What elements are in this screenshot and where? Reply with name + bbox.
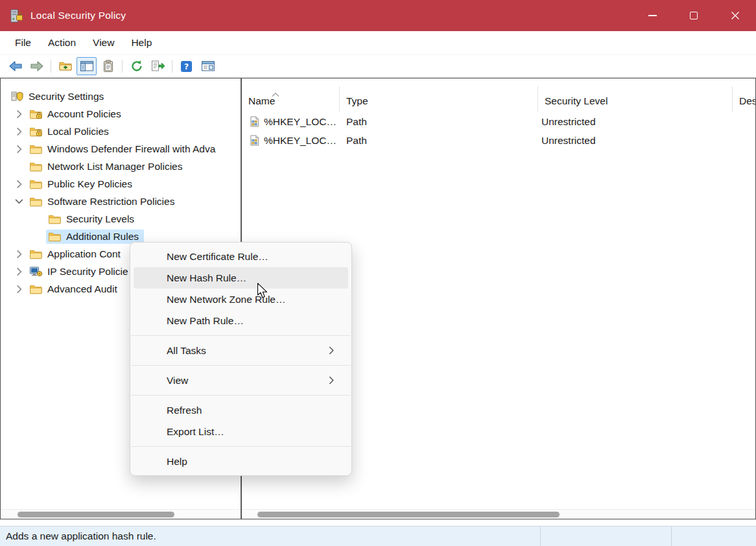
folder-icon [48, 214, 61, 224]
menu-help[interactable]: Help [123, 32, 160, 53]
column-header-label: Security Level [545, 95, 608, 107]
folder-icon [29, 179, 42, 189]
cell-name-text: %HKEY_LOC… [264, 135, 337, 147]
context-menu-item-label: Help [167, 456, 187, 468]
cell-type: Path [340, 135, 538, 147]
tree-item-content: IP Security Policie [27, 265, 134, 279]
help-icon[interactable]: ? [176, 57, 196, 75]
scrollbar-thumb[interactable] [257, 512, 560, 517]
statusbar: Adds a new application hash rule. [0, 526, 756, 546]
up-one-level-icon[interactable] [55, 57, 75, 75]
folder-lock-icon [29, 126, 42, 137]
tree-item-content: Account Policies [27, 107, 126, 121]
tree-item-label: IP Security Policie [47, 266, 128, 278]
menu-separator [131, 365, 351, 366]
sort-ascending-icon [272, 88, 279, 99]
chevron-down-icon[interactable] [10, 198, 27, 204]
chevron-right-icon[interactable] [10, 110, 27, 119]
context-menu-item-label: View [167, 375, 188, 386]
tree-item-content: Application Cont [27, 247, 126, 261]
context-menu-item-export-list[interactable]: Export List… [134, 421, 348, 442]
context-menu-item-refresh[interactable]: Refresh [134, 399, 348, 421]
properties-clipboard-icon[interactable] [98, 57, 118, 75]
status-cell [671, 527, 756, 546]
tree-item-label: Advanced Audit [47, 283, 117, 295]
tree-item-account-policies[interactable]: Account Policies [1, 105, 241, 123]
tree-item-content: Advanced Audit [27, 282, 123, 296]
context-menu-item-new-path-rule[interactable]: New Path Rule… [134, 310, 348, 331]
folder-icon [29, 249, 42, 259]
cell-type: Path [340, 116, 538, 128]
context-menu-item-new-network-zone-rule[interactable]: New Network Zone Rule… [134, 289, 348, 310]
scrollbar-thumb[interactable] [18, 512, 174, 517]
chevron-right-icon[interactable] [10, 127, 27, 136]
menu-view[interactable]: View [84, 32, 123, 53]
cell-name-text: %HKEY_LOC… [264, 116, 337, 128]
context-menu-item-new-hash-rule[interactable]: New Hash Rule… [134, 267, 348, 289]
context-menu-item-help[interactable]: Help [134, 451, 348, 472]
tree-item-security-levels[interactable]: Security Levels [1, 210, 241, 228]
tree-item-label: Security Levels [66, 213, 134, 225]
cell-security-level: Unrestricted [538, 135, 733, 147]
minimize-button[interactable] [632, 0, 673, 31]
menu-separator [131, 446, 351, 447]
tree-item-software-restriction-policies[interactable]: Software Restriction Policies [1, 193, 241, 210]
context-menu-item-view[interactable]: View [134, 370, 348, 391]
close-button[interactable] [715, 0, 756, 31]
column-header-des[interactable]: Des [733, 86, 755, 112]
folder-icon [29, 161, 42, 172]
refresh-icon[interactable] [126, 57, 147, 75]
tree-horizontal-scrollbar[interactable] [1, 509, 241, 519]
chevron-right-icon[interactable] [10, 145, 27, 154]
svg-text:?: ? [184, 62, 189, 71]
context-menu-item-label: Export List… [167, 426, 224, 438]
tree-item-label: Local Policies [47, 126, 109, 137]
list-row[interactable]: %HKEY_LOC…PathUnrestricted [242, 131, 755, 150]
column-header-type[interactable]: Type [340, 86, 538, 112]
column-header-security-level[interactable]: Security Level [538, 86, 733, 112]
tree-item-network-list-manager-policies[interactable]: Network List Manager Policies [1, 158, 241, 175]
export-list-icon[interactable] [148, 57, 168, 75]
back-icon[interactable] [5, 57, 25, 75]
list-row[interactable]: %HKEY_LOC…PathUnrestricted [242, 112, 755, 131]
context-menu-item-label: New Network Zone Rule… [167, 294, 285, 305]
context-menu-item-new-certificate-rule[interactable]: New Certificate Rule… [134, 246, 348, 267]
tree-item-public-key-policies[interactable]: Public Key Policies [1, 175, 241, 193]
maximize-button[interactable] [673, 0, 715, 31]
column-header-name[interactable]: Name [242, 86, 340, 112]
security-root-icon [10, 91, 23, 102]
menubar: FileActionViewHelp [0, 31, 756, 55]
menu-file[interactable]: File [6, 32, 40, 53]
context-menu-item-all-tasks[interactable]: All Tasks [134, 340, 348, 361]
tree-item-label: Public Key Policies [47, 178, 132, 190]
column-header-label: Type [346, 95, 368, 107]
menu-separator [131, 395, 351, 396]
chevron-right-icon[interactable] [10, 250, 27, 259]
context-menu-item-label: Refresh [167, 405, 202, 416]
cell-name: %HKEY_LOC… [242, 135, 340, 147]
context-menu: New Certificate Rule…New Hash Rule…New N… [130, 242, 352, 476]
list-horizontal-scrollbar[interactable] [242, 509, 755, 519]
menu-action[interactable]: Action [40, 32, 84, 53]
tree-item-content: Windows Defender Firewall with Adva [27, 142, 220, 156]
chevron-right-icon[interactable] [10, 285, 27, 294]
tree-item-content: Security Settings [8, 89, 109, 104]
cell-name: %HKEY_LOC… [242, 116, 340, 128]
toolbar: ? [0, 55, 756, 78]
console-window-icon[interactable] [198, 57, 218, 75]
chevron-right-icon[interactable] [10, 267, 27, 276]
tree-item-security-settings[interactable]: Security Settings [1, 88, 241, 105]
app-icon [8, 8, 24, 23]
tree-item-label: Windows Defender Firewall with Adva [47, 143, 215, 155]
tree-item-windows-defender-firewall-with-adva[interactable]: Windows Defender Firewall with Adva [1, 140, 241, 158]
forward-icon[interactable] [27, 57, 47, 75]
ip-security-icon [29, 266, 42, 277]
context-menu-item-label: All Tasks [167, 345, 206, 357]
toolbar-separator [51, 60, 51, 73]
tree-item-content: Network List Manager Policies [27, 160, 187, 174]
tree-item-label: Additional Rules [66, 231, 139, 243]
show-console-tree-icon[interactable] [77, 57, 97, 75]
tree-item-label: Application Cont [47, 248, 121, 260]
tree-item-local-policies[interactable]: Local Policies [1, 123, 241, 140]
chevron-right-icon[interactable] [10, 180, 27, 189]
